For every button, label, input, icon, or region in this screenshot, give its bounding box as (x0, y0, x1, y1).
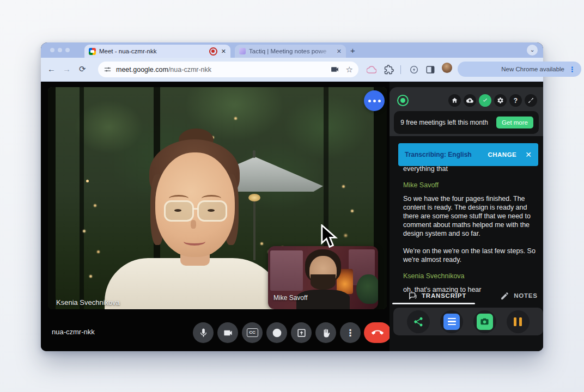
banner-close-icon[interactable]: ✕ (525, 150, 532, 159)
back-button[interactable]: ← (47, 64, 56, 74)
tactiq-header: ? 9 free meetings left this month Get mo… (390, 87, 543, 136)
pip-plant (356, 274, 378, 304)
chrome-update-label: New Chrome available (501, 66, 564, 72)
home-icon (451, 97, 458, 104)
reload-button[interactable]: ⟳ (79, 64, 86, 74)
forward-button[interactable]: → (63, 64, 71, 74)
meeting-code: nua-czmr-nkk (52, 328, 95, 336)
more-options-button[interactable]: ⋮ (340, 322, 361, 343)
raise-hand-icon (321, 328, 331, 338)
scene-frame (48, 87, 56, 309)
cloud-upload-button[interactable] (464, 94, 476, 107)
recording-indicator-icon (209, 47, 217, 56)
transcribing-label: Transcribing: English (405, 151, 472, 158)
pencil-icon (500, 291, 509, 301)
chat-bubble-widget[interactable] (364, 90, 385, 111)
tab-notes-label: NOTES (514, 292, 538, 299)
transcript-text: We're on the we're on the last few steps… (403, 247, 538, 264)
home-button[interactable] (448, 94, 461, 107)
tactiq-logo-icon (397, 95, 409, 106)
mic-button[interactable] (193, 322, 214, 343)
screenshot-camera-icon (477, 314, 493, 330)
transcript-text: everything that (403, 164, 538, 173)
toolbar-divider (400, 65, 401, 74)
more-options-icon: ⋮ (346, 327, 355, 339)
main-participant-name: Ksenia Svechnikova (56, 298, 120, 307)
captions-icon: CC (247, 328, 258, 337)
pause-icon (514, 317, 522, 326)
end-call-button[interactable] (364, 322, 391, 343)
settings-button[interactable] (494, 94, 507, 107)
screenshot-button[interactable] (473, 310, 496, 333)
battery-saver-icon[interactable] (409, 65, 419, 75)
cloud-upload-icon (466, 97, 473, 104)
browser-menu-icon[interactable]: ⋮ (569, 65, 576, 74)
credits-text: 9 free meetings left this month (399, 118, 489, 127)
change-language-button[interactable]: CHANGE (488, 151, 516, 158)
umbrella-lamp (248, 194, 260, 201)
mic-icon (198, 328, 209, 338)
extensions-puzzle-icon[interactable] (384, 65, 394, 75)
tab-transcript[interactable]: TRANSCRIPT (408, 287, 466, 304)
plug-icon (527, 97, 534, 104)
chrome-update-pill[interactable]: New Chrome available ⋮ (458, 62, 581, 77)
tab-tactiq[interactable]: Tactiq | Meeting notes powe ✕ (235, 45, 346, 58)
new-tab-button[interactable]: + (350, 46, 355, 55)
tactiq-sidebar: ? 9 free meetings left this month Get mo… (390, 82, 543, 351)
tactiq-action-bar (393, 308, 543, 335)
profile-avatar[interactable] (442, 63, 452, 73)
present-screen-icon (296, 328, 307, 338)
pip-video-tile[interactable]: Mike Savoff (268, 246, 378, 309)
side-panel-icon[interactable] (425, 65, 435, 75)
google-docs-button[interactable] (440, 310, 463, 333)
camera-permission-icon[interactable] (330, 65, 339, 74)
google-docs-icon (443, 314, 460, 330)
tab-meet[interactable]: Meet - nua-czmr-nkk ✕ (84, 45, 230, 58)
address-bar[interactable]: meet.google.com/nua-czmr-nkk ☆ (98, 62, 358, 77)
meet-favicon-icon (89, 48, 96, 55)
camera-button[interactable] (217, 322, 238, 343)
mouse-cursor (320, 224, 339, 249)
tab-strip: Meet - nua-czmr-nkk ✕ Tactiq | Meeting n… (41, 42, 543, 58)
get-more-button[interactable]: Get more (496, 117, 533, 128)
captions-button[interactable]: CC (242, 322, 263, 343)
tab-notes[interactable]: NOTES (500, 287, 538, 304)
tab-tactiq-close-icon[interactable]: ✕ (337, 48, 342, 54)
active-tab-underline (392, 303, 475, 304)
url-text[interactable]: meet.google.com/nua-czmr-nkk (116, 66, 211, 74)
transcript-speaker: Mike Savoff (403, 181, 538, 189)
tab-strip-chevron-icon[interactable]: ⌄ (527, 45, 538, 56)
pause-transcription-button[interactable] (507, 310, 530, 333)
transcript-panel[interactable]: everything that Mike Savoff So we have t… (403, 164, 538, 301)
window-close-button[interactable] (50, 48, 54, 52)
privacy-shield-button[interactable] (479, 94, 491, 107)
tab-transcript-label: TRANSCRIPT (422, 292, 466, 299)
umbrella-pole (253, 196, 256, 260)
raise-hand-button[interactable] (315, 322, 336, 343)
share-icon (413, 316, 424, 327)
window-zoom-button[interactable] (65, 48, 70, 52)
detach-button[interactable] (525, 94, 537, 107)
share-button[interactable] (407, 310, 430, 333)
end-call-icon (372, 327, 384, 339)
transcript-speaker: Ksenia Svechnikova (403, 272, 538, 280)
tab-meet-title: Meet - nua-czmr-nkk (99, 48, 206, 54)
tab-meet-close-icon[interactable]: ✕ (221, 48, 226, 54)
chat-bubble-icon (408, 291, 417, 301)
meet-content: Ksenia Svechnikova Mike Savoff (41, 82, 543, 351)
pip-window-left (270, 250, 303, 291)
help-button[interactable]: ? (509, 94, 522, 107)
desktop: Meet - nua-czmr-nkk ✕ Tactiq | Meeting n… (0, 0, 584, 392)
site-settings-icon[interactable] (104, 65, 112, 74)
extension-cloud-icon[interactable] (367, 65, 376, 75)
window-minimize-button[interactable] (58, 48, 62, 52)
browser-window: Meet - nua-czmr-nkk ✕ Tactiq | Meeting n… (41, 42, 543, 351)
main-video-tile[interactable]: Ksenia Svechnikova Mike Savoff (48, 87, 387, 309)
emoji-icon (272, 328, 282, 338)
tactiq-favicon-icon (239, 48, 246, 54)
help-icon: ? (514, 97, 518, 105)
umbrella-finial (253, 150, 256, 158)
bookmark-star-icon[interactable]: ☆ (346, 65, 353, 75)
reactions-button[interactable] (266, 322, 287, 343)
present-button[interactable] (291, 322, 312, 343)
